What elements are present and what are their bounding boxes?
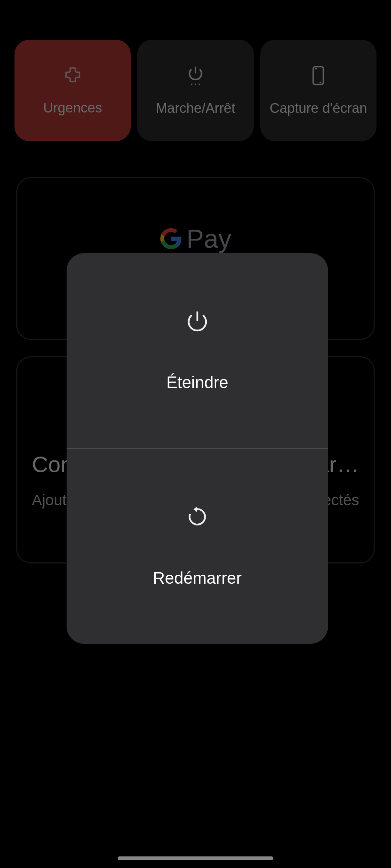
top-actions-row: Urgences Marche/Arrêt Capture d'écran xyxy=(14,40,377,141)
gesture-nav-bar[interactable] xyxy=(118,856,273,860)
svg-rect-3 xyxy=(313,67,323,84)
screenshot-tile[interactable]: Capture d'écran xyxy=(260,40,377,141)
google-g-icon xyxy=(160,227,182,250)
svg-point-1 xyxy=(195,83,196,85)
power-dialog: Éteindre Redémarrer xyxy=(67,253,328,644)
restart-icon xyxy=(186,505,209,528)
svg-point-2 xyxy=(198,83,200,85)
gpay-logo: Pay xyxy=(160,224,231,254)
power-tile[interactable]: Marche/Arrêt xyxy=(137,40,253,141)
emergency-tile[interactable]: Urgences xyxy=(14,40,131,141)
emergency-icon xyxy=(63,65,83,86)
screenshot-label: Capture d'écran xyxy=(270,101,367,116)
shutdown-button[interactable]: Éteindre xyxy=(67,253,328,448)
restart-label: Redémarrer xyxy=(153,568,241,588)
shutdown-label: Éteindre xyxy=(166,373,228,392)
screenshot-icon xyxy=(311,65,326,86)
gpay-pay-text: Pay xyxy=(186,224,231,254)
svg-point-0 xyxy=(191,83,193,85)
power-label: Marche/Arrêt xyxy=(156,101,235,116)
power-off-icon xyxy=(186,310,209,333)
restart-button[interactable]: Redémarrer xyxy=(67,449,328,644)
power-icon xyxy=(186,65,205,86)
emergency-label: Urgences xyxy=(43,100,102,116)
